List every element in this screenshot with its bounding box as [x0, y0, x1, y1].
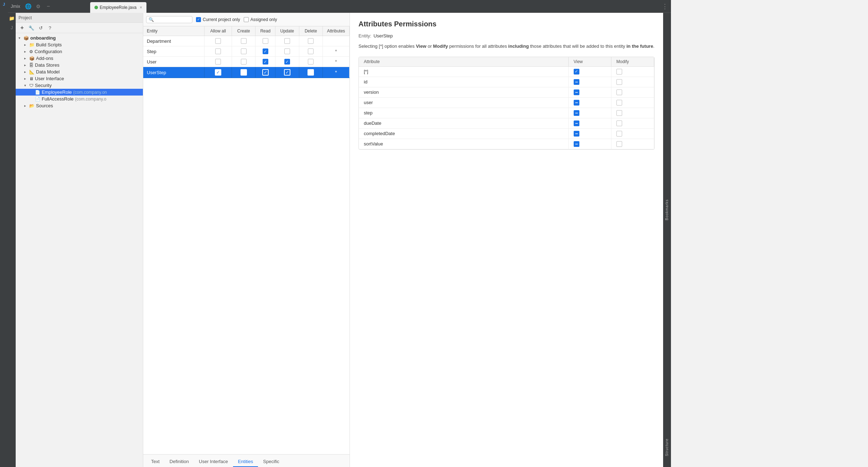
tab-user-interface[interactable]: User Interface: [194, 457, 233, 467]
tab-text[interactable]: Text: [146, 457, 165, 467]
tree-item-user-interface[interactable]: ▸ 🖥 User Interface: [16, 75, 143, 82]
dept-create-cb[interactable]: [241, 38, 247, 44]
user-read-cb[interactable]: ✓: [263, 59, 268, 65]
tab-definition[interactable]: Definition: [165, 457, 194, 467]
version-view-cb[interactable]: −: [574, 89, 579, 95]
search-icon: 🔍: [149, 17, 154, 22]
tree-item-build-scripts[interactable]: ▸ 📁 Build Scripts: [16, 41, 143, 48]
tree-item-employee-role[interactable]: ▸ 📄 EmployeeRole (com.company.on: [16, 89, 143, 96]
star-modify-cb[interactable]: [616, 69, 622, 75]
wrench-icon[interactable]: 🔧: [28, 24, 35, 31]
globe-icon[interactable]: 🌐: [25, 2, 32, 10]
us-create-cb[interactable]: [241, 69, 247, 76]
tree-item-configuration[interactable]: ▸ ⚙ Configuration: [16, 48, 143, 55]
tab-close-icon[interactable]: ×: [140, 5, 142, 10]
user-update-cb[interactable]: ✓: [284, 59, 290, 65]
attr-row-star[interactable]: [*] ✓: [359, 66, 654, 77]
search-input[interactable]: [155, 17, 187, 22]
tab-entities[interactable]: Entities: [233, 457, 258, 467]
attr-row-user[interactable]: user −: [359, 97, 654, 108]
table-row[interactable]: Department: [143, 36, 350, 46]
user-interface-label: User Interface: [35, 76, 64, 81]
duedate-modify-cb[interactable]: [616, 120, 622, 126]
full-access-label: FullAccessRole: [42, 96, 74, 102]
id-view-cb[interactable]: −: [574, 79, 579, 85]
step-delete-cb[interactable]: [308, 48, 314, 54]
help-icon[interactable]: ?: [46, 24, 53, 31]
star-view-cb[interactable]: ✓: [574, 69, 579, 75]
tree-item-sources[interactable]: ▸ 📂 Sources: [16, 102, 143, 109]
attr-row-sortvalue[interactable]: sortValue −: [359, 139, 654, 149]
us-delete-cb[interactable]: [308, 69, 314, 76]
current-project-checkbox-label[interactable]: ✓ Current project only: [196, 17, 240, 22]
duedate-view-cb[interactable]: −: [574, 120, 579, 126]
search-input-wrap[interactable]: 🔍: [146, 16, 192, 23]
tree-item-data-model[interactable]: ▸ 📐 Data Model: [16, 68, 143, 75]
jmix-logo: J: [3, 2, 5, 6]
us-allow-all-cb[interactable]: ✓: [215, 69, 221, 76]
jmix-panel-icon[interactable]: J: [11, 25, 13, 30]
table-row-selected[interactable]: UserStep ✓ ✓ ✓ *: [143, 67, 350, 78]
settings-icon[interactable]: ⚙: [35, 2, 42, 10]
structure-strip[interactable]: Structure: [663, 249, 671, 467]
step-modify-cb[interactable]: [616, 110, 622, 116]
entity-table: Entity Allow all Create Read Update Dele…: [143, 26, 350, 454]
sortvalue-modify-cb[interactable]: [616, 141, 622, 147]
tree-item-data-stores[interactable]: ▸ 🗄 Data Stores: [16, 62, 143, 68]
refresh-icon[interactable]: ↺: [37, 24, 44, 31]
step-view-cb[interactable]: −: [574, 110, 579, 116]
search-bar: 🔍 ✓ Current project only Assigned only: [143, 13, 350, 26]
attr-entity-label: Entity:: [358, 33, 371, 39]
tree-item-full-access-role[interactable]: ▸ 📄 FullAccessRole (com.company.o: [16, 96, 143, 102]
file-tab[interactable]: EmployeeRole.java ×: [90, 2, 146, 13]
version-modify-cb[interactable]: [616, 89, 622, 95]
addons-arrow: ▸: [24, 56, 29, 60]
project-icon[interactable]: 📁: [9, 16, 15, 21]
attr-row-duedate[interactable]: dueDate −: [359, 118, 654, 128]
dept-allow-all-cb[interactable]: [215, 38, 221, 44]
completeddate-view-cb[interactable]: −: [574, 131, 579, 137]
table-row[interactable]: Step ✓ *: [143, 46, 350, 57]
user-modify-cb[interactable]: [616, 100, 622, 106]
attr-col-modify: Modify: [611, 57, 654, 67]
completeddate-modify-cb[interactable]: [616, 131, 622, 137]
assigned-only-checkbox-label[interactable]: Assigned only: [244, 17, 277, 22]
user-create-cb[interactable]: [241, 59, 247, 65]
minimize-icon[interactable]: −: [45, 2, 52, 10]
configuration-label: Configuration: [35, 49, 62, 54]
security-icon: 🛡: [29, 83, 33, 88]
col-update: Update: [275, 26, 299, 36]
tree-item-root[interactable]: ▾ 📦 onboarding: [16, 35, 143, 41]
tree-item-security[interactable]: ▾ 🛡 Security: [16, 82, 143, 89]
us-read-cb[interactable]: ✓: [262, 69, 269, 76]
employee-role-label: EmployeeRole: [42, 89, 72, 95]
step-allow-all-cb[interactable]: [215, 48, 221, 54]
tree-item-addons[interactable]: ▸ 📦 Add-ons: [16, 55, 143, 62]
table-row[interactable]: User ✓ ✓ *: [143, 57, 350, 67]
user-view-cb[interactable]: −: [574, 100, 579, 106]
step-create-cb[interactable]: [241, 48, 247, 54]
sources-arrow: ▸: [24, 104, 29, 108]
dept-read-cb[interactable]: [263, 38, 268, 44]
attr-row-step[interactable]: step −: [359, 108, 654, 118]
attr-row-completeddate[interactable]: completedDate −: [359, 128, 654, 139]
add-button[interactable]: +: [19, 24, 26, 31]
assigned-only-checkbox[interactable]: [244, 17, 249, 22]
dept-update-cb[interactable]: [284, 38, 290, 44]
current-project-checkbox[interactable]: ✓: [196, 17, 201, 22]
attr-row-version[interactable]: version −: [359, 87, 654, 97]
data-stores-icon: 🗄: [29, 63, 33, 68]
tab-specific[interactable]: Specific: [258, 457, 284, 467]
id-modify-cb[interactable]: [616, 79, 622, 85]
bookmarks-strip[interactable]: Bookmarks: [663, 13, 671, 249]
step-read-cb[interactable]: ✓: [263, 48, 268, 54]
sortvalue-view-cb[interactable]: −: [574, 141, 579, 147]
user-allow-all-cb[interactable]: [215, 59, 221, 65]
user-delete-cb[interactable]: [308, 59, 314, 65]
more-options-icon[interactable]: ⋮: [662, 2, 668, 10]
dept-delete-cb[interactable]: [308, 38, 314, 44]
us-update-cb[interactable]: ✓: [284, 69, 290, 76]
step-update-cb[interactable]: [284, 48, 290, 54]
step-attr-star: *: [335, 48, 337, 54]
attr-row-id[interactable]: id −: [359, 77, 654, 87]
